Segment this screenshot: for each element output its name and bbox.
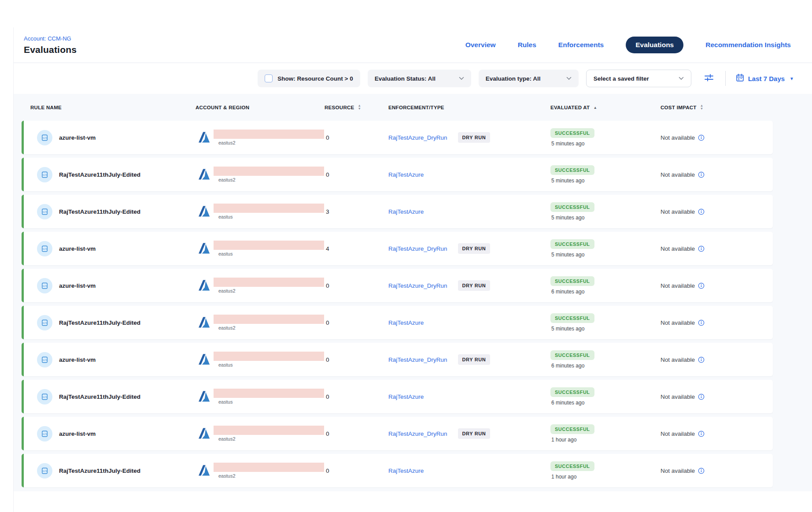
- resource-count-filter[interactable]: Show: Resource Count > 0: [258, 70, 360, 87]
- region-label: eastus: [214, 362, 324, 367]
- tab-enforcements[interactable]: Enforcements: [558, 41, 604, 49]
- resource-count: 0: [325, 467, 388, 474]
- rule-icon: </>: [37, 241, 52, 256]
- row-status-accent: [22, 343, 24, 376]
- table-row[interactable]: </> RajTestAzure11thJuly-Edited eastus2 …: [22, 454, 773, 487]
- cost-impact-value: Not available: [661, 467, 695, 474]
- azure-cloud-icon: [198, 316, 210, 328]
- table-row[interactable]: </> azure-list-vm eastus 4 RajTestAzure_…: [22, 232, 773, 265]
- calendar-icon: [736, 74, 744, 83]
- svg-text:</>: </>: [42, 469, 47, 472]
- evaluations-table: RULE NAME ACCOUNT & REGION RESOURCE ▲▼ E…: [14, 94, 812, 491]
- redacted-account-name: [214, 315, 324, 324]
- page-title: Evaluations: [24, 45, 77, 55]
- rule-name-label: azure-list-vm: [59, 245, 96, 252]
- cost-impact-value: Not available: [661, 430, 695, 437]
- enforcement-link[interactable]: RajTestAzure: [388, 319, 424, 326]
- table-row[interactable]: </> azure-list-vm eastus2 0 RajTestAzure…: [22, 269, 773, 302]
- enforcement-link[interactable]: RajTestAzure_DryRun: [388, 430, 447, 437]
- dry-run-badge: DRY RUN: [458, 243, 491, 254]
- evaluation-type-value: Evaluation type: All: [486, 75, 541, 82]
- redacted-account-name: [214, 204, 324, 213]
- resource-count-checkbox[interactable]: [265, 74, 273, 82]
- column-header-evaluated-at: EVALUATED AT ▲: [550, 105, 661, 110]
- row-status-accent: [22, 417, 24, 450]
- rule-icon: </>: [37, 426, 52, 442]
- tab-recommendation-insights[interactable]: Recommendation Insights: [705, 41, 791, 49]
- azure-cloud-icon: [198, 464, 210, 476]
- rule-name-label: azure-list-vm: [59, 430, 96, 437]
- chevron-down-icon: [459, 77, 464, 80]
- sort-icon[interactable]: ▲▼: [700, 104, 704, 110]
- evaluation-status-value: Evaluation Status: All: [375, 75, 436, 82]
- status-badge: SUCCESSFUL: [550, 350, 594, 360]
- status-badge: SUCCESSFUL: [550, 313, 594, 323]
- evaluated-time: 6 minutes ago: [550, 363, 584, 369]
- evaluation-status-dropdown[interactable]: Evaluation Status: All: [368, 70, 471, 87]
- table-row[interactable]: </> azure-list-vm eastus2 0 RajTestAzure…: [22, 417, 773, 450]
- tab-overview[interactable]: Overview: [465, 41, 496, 49]
- table-row[interactable]: </> azure-list-vm eastus 0 RajTestAzure_…: [22, 343, 773, 376]
- enforcement-link[interactable]: RajTestAzure_DryRun: [388, 282, 447, 289]
- info-icon[interactable]: [698, 208, 705, 215]
- rule-name-label: RajTestAzure11thJuly-Edited: [59, 319, 140, 326]
- filter-settings-button[interactable]: [704, 73, 714, 84]
- info-icon[interactable]: [698, 134, 705, 141]
- redacted-account-name: [214, 463, 324, 472]
- rule-name-label: RajTestAzure11thJuly-Edited: [59, 171, 140, 178]
- row-status-accent: [22, 232, 24, 265]
- table-row[interactable]: </> RajTestAzure11thJuly-Edited eastus 3…: [22, 195, 773, 228]
- info-icon[interactable]: [698, 171, 705, 178]
- table-row[interactable]: </> RajTestAzure11thJuly-Edited eastus2 …: [22, 306, 773, 339]
- tab-evaluations[interactable]: Evaluations: [626, 37, 683, 53]
- resource-count: 3: [325, 208, 388, 215]
- info-icon[interactable]: [698, 467, 705, 474]
- row-status-accent: [22, 195, 24, 228]
- enforcement-link[interactable]: RajTestAzure: [388, 208, 424, 215]
- evaluation-type-dropdown[interactable]: Evaluation type: All: [479, 70, 579, 87]
- enforcement-link[interactable]: RajTestAzure_DryRun: [388, 134, 447, 141]
- cost-impact-value: Not available: [661, 171, 695, 178]
- resource-count-label: Show: Resource Count > 0: [277, 75, 353, 82]
- region-label: eastus2: [214, 177, 324, 182]
- cost-impact-value: Not available: [661, 208, 695, 215]
- azure-cloud-icon: [198, 427, 210, 439]
- info-icon[interactable]: [698, 356, 705, 363]
- enforcement-link[interactable]: RajTestAzure_DryRun: [388, 356, 447, 363]
- sort-icon[interactable]: ▲▼: [358, 104, 362, 110]
- date-range-dropdown[interactable]: Last 7 Days ▼: [736, 74, 794, 83]
- status-badge: SUCCESSFUL: [550, 239, 594, 249]
- info-icon[interactable]: [698, 282, 705, 289]
- redacted-account-name: [214, 278, 324, 287]
- enforcement-link[interactable]: RajTestAzure: [388, 171, 424, 178]
- azure-cloud-icon: [198, 131, 210, 143]
- resource-count: 0: [325, 430, 388, 437]
- evaluated-time: 5 minutes ago: [550, 215, 584, 221]
- sort-ascending-icon[interactable]: ▲: [593, 105, 597, 110]
- enforcement-link[interactable]: RajTestAzure_DryRun: [388, 245, 447, 252]
- rule-icon: </>: [37, 463, 52, 479]
- info-icon[interactable]: [698, 430, 705, 437]
- redacted-account-name: [214, 130, 324, 139]
- status-badge: SUCCESSFUL: [550, 461, 594, 471]
- enforcement-link[interactable]: RajTestAzure: [388, 467, 424, 474]
- saved-filter-dropdown[interactable]: Select a saved filter: [586, 70, 691, 87]
- evaluated-time: 6 minutes ago: [550, 289, 584, 295]
- enforcement-link[interactable]: RajTestAzure: [388, 393, 424, 400]
- azure-cloud-icon: [198, 279, 210, 291]
- svg-text:</>: </>: [42, 432, 47, 435]
- tab-rules[interactable]: Rules: [518, 41, 536, 49]
- info-icon[interactable]: [698, 245, 705, 252]
- info-icon[interactable]: [698, 319, 705, 326]
- account-breadcrumb[interactable]: Account: CCM-NG: [24, 35, 77, 42]
- table-row[interactable]: </> RajTestAzure11thJuly-Edited eastus2 …: [22, 158, 773, 191]
- region-label: eastus2: [214, 140, 324, 145]
- dry-run-badge: DRY RUN: [458, 280, 491, 291]
- info-icon[interactable]: [698, 393, 705, 400]
- row-status-accent: [22, 121, 24, 154]
- row-status-accent: [22, 269, 24, 302]
- table-row[interactable]: </> azure-list-vm eastus2 0 RajTestAzure…: [22, 121, 773, 154]
- region-label: eastus: [214, 214, 324, 219]
- region-label: eastus2: [214, 473, 324, 479]
- table-row[interactable]: </> RajTestAzure11thJuly-Edited eastus 0…: [22, 380, 773, 413]
